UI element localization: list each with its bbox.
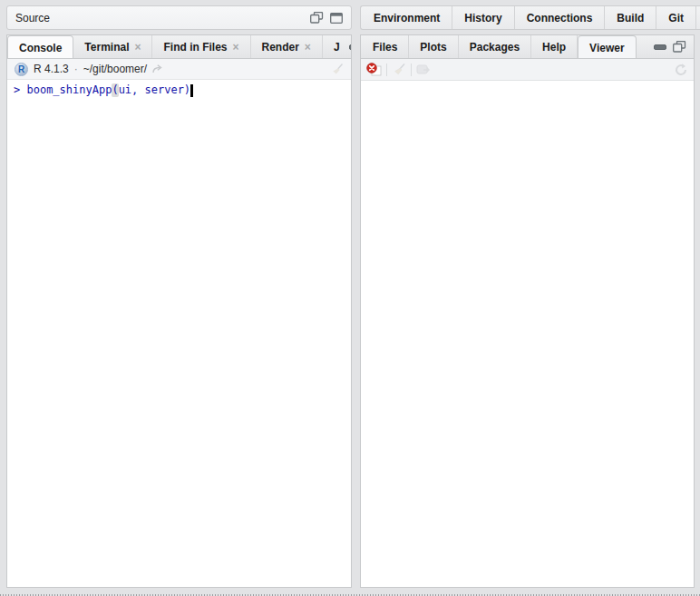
restore-windows-icon[interactable]	[310, 12, 324, 24]
console-output-area[interactable]: > boom_shinyApp(ui, server)	[7, 80, 351, 587]
r-version-label: R 4.1.3	[34, 63, 69, 75]
close-icon[interactable]: ×	[305, 42, 311, 53]
goto-directory-icon[interactable]	[152, 64, 164, 74]
tab-render[interactable]: Render ×	[251, 35, 323, 58]
tab-find-in-files[interactable]: Find in Files ×	[152, 35, 250, 58]
tab-git[interactable]: Git	[656, 6, 696, 29]
console-code-fn: boom_shinyApp	[26, 83, 112, 97]
console-input-line[interactable]: > boom_shinyApp(ui, server)	[14, 83, 345, 97]
separator-dot: ·	[74, 63, 78, 75]
tab-connections[interactable]: Connections	[515, 6, 606, 29]
tab-packages[interactable]: Packages	[459, 35, 531, 58]
minimize-pane-icon[interactable]	[349, 44, 351, 50]
tab-environment[interactable]: Environment	[361, 6, 452, 29]
tab-packages-label: Packages	[470, 41, 520, 54]
tab-help-label: Help	[542, 41, 566, 54]
maximize-window-icon[interactable]	[330, 13, 343, 24]
tab-viewer-label: Viewer	[589, 42, 624, 54]
viewer-tabbar: Files Plots Packages Help Viewer	[361, 35, 694, 59]
tab-find-in-files-label: Find in Files	[163, 41, 227, 54]
tab-help[interactable]: Help	[531, 35, 578, 58]
source-pane-header[interactable]: Source	[6, 5, 352, 30]
console-code-paren: (	[112, 83, 118, 97]
tab-jobs-truncated[interactable]: J	[323, 35, 342, 58]
tab-files-label: Files	[373, 41, 397, 54]
r-logo-icon: R	[15, 63, 28, 76]
console-code-args: ui, server)	[119, 83, 190, 97]
tab-jobs-label: J	[334, 41, 340, 54]
tab-terminal-label: Terminal	[84, 41, 129, 54]
tab-plots[interactable]: Plots	[409, 35, 458, 58]
source-pane-title: Source	[15, 12, 50, 24]
export-publish-icon[interactable]	[416, 64, 431, 75]
space-literal	[20, 83, 26, 97]
toolbar-separator	[411, 64, 412, 76]
maximize-pane-icon[interactable]	[673, 41, 686, 53]
console-status-strip: R R 4.1.3 · ~/git/boomer/	[7, 59, 351, 80]
text-cursor	[190, 84, 193, 97]
clear-all-broom-icon[interactable]	[392, 63, 406, 76]
working-directory-label[interactable]: ~/git/boomer/	[83, 63, 147, 75]
tab-connections-label: Connections	[527, 12, 593, 24]
tab-files[interactable]: Files	[361, 35, 409, 58]
toolbar-separator	[386, 64, 387, 76]
tab-console[interactable]: Console	[7, 35, 73, 59]
refresh-icon[interactable]	[674, 63, 688, 77]
tab-viewer[interactable]: Viewer	[578, 35, 636, 59]
tab-plots-label: Plots	[420, 41, 446, 54]
clear-console-broom-icon[interactable]	[330, 63, 344, 76]
tab-git-label: Git	[668, 12, 684, 24]
close-icon[interactable]: ×	[134, 42, 141, 53]
viewer-toolbar	[361, 59, 694, 81]
tab-render-label: Render	[262, 41, 299, 54]
spacer	[637, 35, 647, 58]
console-tabbar: Console Terminal × Find in Files × Rende…	[7, 35, 351, 59]
close-icon[interactable]: ×	[233, 42, 239, 53]
tab-history-label: History	[464, 12, 501, 24]
tab-terminal[interactable]: Terminal ×	[73, 35, 152, 58]
tab-build-label: Build	[617, 12, 644, 24]
environment-pane-tabstrip: Environment History Connections Build Gi…	[360, 5, 700, 30]
console-prompt: >	[14, 83, 20, 97]
tab-tutorial-truncated[interactable]: Tutor	[696, 6, 700, 29]
console-panel: Console Terminal × Find in Files × Rende…	[6, 34, 352, 588]
tab-console-label: Console	[19, 42, 62, 54]
tab-history[interactable]: History	[452, 6, 514, 29]
viewer-content-area[interactable]	[361, 81, 694, 587]
viewer-panel: Files Plots Packages Help Viewer	[360, 34, 695, 588]
tab-environment-label: Environment	[374, 12, 440, 24]
minimize-pane-icon[interactable]	[654, 44, 666, 50]
tab-build[interactable]: Build	[605, 6, 656, 29]
discard-viewer-content-icon[interactable]	[366, 63, 382, 76]
